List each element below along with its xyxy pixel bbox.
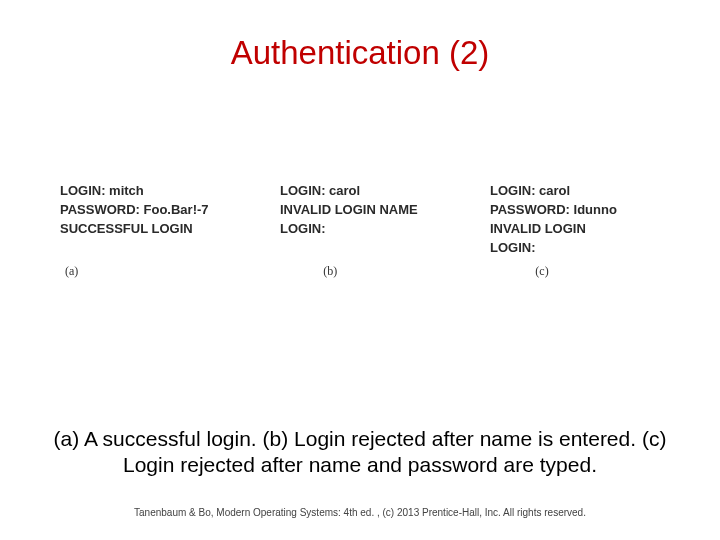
panel-b: LOGIN: carol INVALID LOGIN NAME LOGIN: (280, 182, 480, 257)
panel-b-line1: LOGIN: carol (280, 182, 480, 201)
copyright-footer: Tanenbaum & Bo, Modern Operating Systems… (0, 507, 720, 518)
panel-a-line1: LOGIN: mitch (60, 182, 270, 201)
label-a: (a) (65, 264, 78, 279)
panel-b-line3: LOGIN: (280, 220, 480, 239)
figure-caption: (a) A successful login. (b) Login reject… (0, 426, 720, 479)
panel-c-line1: LOGIN: carol (490, 182, 660, 201)
panel-a-line2: PASSWORD: Foo.Bar!-7 (60, 201, 270, 220)
panel-a-line3: SUCCESSFUL LOGIN (60, 220, 270, 239)
panel-c-line2: PASSWORD: Idunno (490, 201, 660, 220)
slide-title: Authentication (2) (0, 0, 720, 72)
panel-labels: (a) (b) (c) (0, 264, 720, 279)
terminal-examples: LOGIN: mitch PASSWORD: Foo.Bar!-7 SUCCES… (0, 182, 720, 257)
label-b: (b) (323, 264, 337, 279)
panel-c: LOGIN: carol PASSWORD: Idunno INVALID LO… (490, 182, 660, 257)
panel-c-line4: LOGIN: (490, 239, 660, 258)
panel-a: LOGIN: mitch PASSWORD: Foo.Bar!-7 SUCCES… (60, 182, 270, 257)
panel-b-line2: INVALID LOGIN NAME (280, 201, 480, 220)
label-c: (c) (535, 264, 548, 279)
panel-c-line3: INVALID LOGIN (490, 220, 660, 239)
